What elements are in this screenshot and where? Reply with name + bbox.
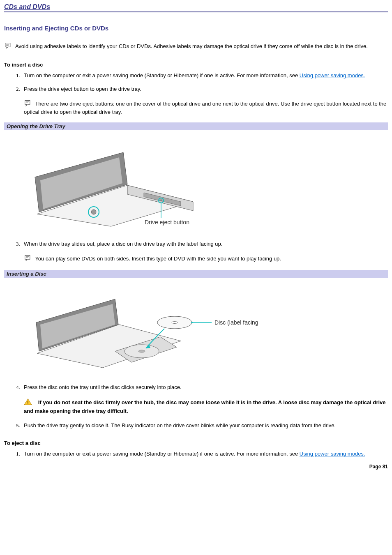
note-icon [24,255,32,263]
link-power-saving-modes[interactable]: Using power saving modes. [300,72,365,78]
insert-step-2: Press the drive eject button to open the… [21,85,388,116]
figure-2-heading: Inserting a Disc [4,270,388,278]
note-icon [24,100,32,108]
step-2-note-text: There are two drive eject buttons: one o… [24,101,386,115]
svg-rect-22 [28,401,28,403]
svg-point-15 [138,350,145,352]
step-4-warning-text: If you do not seat the disc firmly over … [24,399,386,414]
eject-step-1: Turn on the computer or exit a power sav… [21,450,388,458]
insert-steps-cont: When the drive tray slides out, place a … [4,240,388,263]
insert-step-2-text: Press the drive eject button to open the… [24,86,141,92]
note-icon [4,42,12,51]
insert-step-3: When the drive tray slides out, place a … [21,240,388,263]
step-4-warning: If you do not seat the disc firmly over … [24,398,388,415]
insert-steps-cont2: Press the disc onto the tray until the d… [4,384,388,429]
svg-point-6 [91,210,96,214]
insert-step-4-text: Press the disc onto the tray until the d… [24,384,182,390]
svg-rect-23 [28,403,28,404]
svg-point-20 [191,322,193,323]
insert-step-4: Press the disc onto the tray until the d… [21,384,388,415]
step-3-note: You can play some DVDs on both sides. In… [24,255,388,263]
intro-note-text: Avoid using adhesive labels to identify … [15,43,368,49]
insert-step-5: Push the drive tray gently to close it. … [21,422,388,430]
page-number: Page 81 [4,464,388,470]
step-3-note-text: You can play some DVDs on both sides. In… [35,256,281,262]
insert-heading: To insert a disc [4,62,388,68]
intro-note: Avoid using adhesive labels to identify … [4,42,388,51]
svg-point-17 [172,322,178,324]
figure-opening-drive-tray: Drive eject button [29,140,388,230]
figure-inserting-disc: Disc (label facing up) [29,288,388,374]
insert-step-3-text: When the drive tray slides out, place a … [24,241,222,247]
page-title: CDs and DVDs [4,3,388,12]
insert-steps: Turn on the computer or exit a power sav… [4,72,388,116]
step-2-note: There are two drive eject buttons: one o… [24,100,388,116]
figure-2-label: Disc (label facing up) [214,319,259,326]
figure-1-heading: Opening the Drive Tray [4,122,388,130]
link-power-saving-modes-2[interactable]: Using power saving modes. [300,451,365,457]
insert-step-5-text: Push the drive tray gently to close it. … [24,422,336,428]
warning-icon [24,398,32,408]
eject-steps: Turn on the computer or exit a power sav… [4,450,388,458]
svg-point-8 [160,200,162,202]
figure-1-label: Drive eject button [145,219,189,226]
section-title: Inserting and Ejecting CDs or DVDs [4,25,388,33]
insert-step-1: Turn on the computer or exit a power sav… [21,72,388,80]
insert-step-1-text: Turn on the computer or exit a power sav… [24,72,300,78]
eject-heading: To eject a disc [4,440,388,446]
eject-step-1-text: Turn on the computer or exit a power sav… [24,451,300,457]
